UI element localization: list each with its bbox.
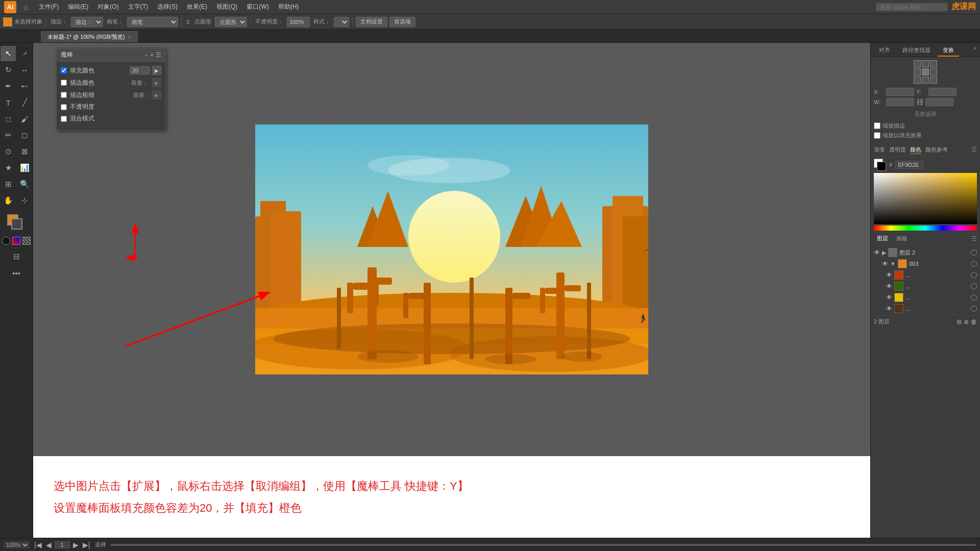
next-page-button[interactable]: ▶ (72, 541, 80, 549)
paintbrush-tool[interactable]: 🖌 (17, 111, 32, 127)
right-panel-close-button[interactable]: × (973, 45, 977, 57)
layer-eye-green[interactable]: 👁 (886, 283, 892, 290)
menu-help[interactable]: 帮助(H) (274, 2, 303, 12)
gradient-swatch[interactable] (12, 237, 20, 245)
layer-target-yellow[interactable] (971, 294, 977, 300)
panel-minimize-button[interactable]: − (144, 52, 148, 59)
black-swatch[interactable] (877, 162, 886, 171)
preferences-button[interactable]: 首选项 (389, 17, 415, 27)
slice-tool[interactable]: ⊞ (1, 177, 16, 192)
tab-gradient[interactable]: 渐变 (874, 146, 885, 154)
tab-layers[interactable]: 图层 (874, 235, 891, 242)
symbol-tool[interactable]: ★ (1, 160, 16, 176)
menu-view[interactable]: 视图(Q) (212, 2, 241, 12)
doc-settings-button[interactable]: 文档设置 (356, 17, 387, 27)
menu-object[interactable]: 对象(O) (93, 2, 122, 12)
zoom-tool[interactable]: 🔍 (17, 177, 32, 192)
tab-color-reference[interactable]: 颜色参考 (925, 146, 948, 154)
rectangle-tool[interactable]: □ (1, 111, 16, 127)
y-input[interactable] (928, 88, 957, 96)
more-tools[interactable]: ••• (9, 265, 24, 281)
link-icon[interactable]: ⛓ (916, 98, 923, 106)
fill-tolerance-input[interactable] (130, 66, 150, 74)
background-color-swatch[interactable] (11, 218, 22, 230)
style-select[interactable] (334, 17, 349, 27)
tab-close-button[interactable]: × (128, 34, 131, 40)
w-input[interactable] (886, 98, 914, 106)
brush-select[interactable]: 画笔 (127, 17, 178, 27)
tab-align[interactable]: 对齐 (874, 45, 895, 57)
tab-color[interactable]: 颜色 (910, 146, 921, 154)
warp-tool[interactable]: ⊙ (1, 144, 16, 159)
shape-select[interactable]: 点圆形 (215, 17, 247, 27)
eraser-tool[interactable]: ◻ (17, 128, 32, 143)
blend-checkbox[interactable] (61, 116, 67, 122)
layer-target-dark[interactable] (971, 306, 977, 312)
layer-expand-icon[interactable]: ▶ (882, 249, 886, 256)
toolbar-color-swatch[interactable] (3, 17, 12, 27)
panel-header[interactable]: 魔棒 − × ☰ (57, 48, 165, 62)
pen-tool[interactable]: ✒ (1, 79, 16, 94)
layer-delete-button[interactable]: 🗑 (971, 318, 977, 325)
page-number-input[interactable] (55, 541, 70, 548)
layer-row-003[interactable]: 👁 ▼ 003 (874, 258, 977, 269)
stroke-color-checkbox[interactable] (61, 80, 67, 86)
selection-tool[interactable]: ↖ (1, 46, 16, 61)
tab-artboards[interactable]: 画板 (893, 235, 911, 242)
progress-slider[interactable] (110, 544, 976, 546)
opacity-input[interactable] (287, 17, 310, 27)
align-grid[interactable] (914, 60, 937, 84)
color-spectrum[interactable] (874, 173, 977, 224)
scale-tool[interactable]: ⊠ (17, 144, 32, 159)
home-icon[interactable]: ⌂ (20, 2, 32, 13)
layer-row-yellow[interactable]: 👁 ... (874, 292, 977, 303)
layer-row-folder[interactable]: 👁 ▶ 图层 2 (874, 247, 977, 258)
line-tool[interactable]: ╱ (17, 95, 32, 110)
last-page-button[interactable]: ▶| (82, 541, 91, 549)
tab-pathfinder[interactable]: 路径查找器 (897, 45, 936, 57)
x-input[interactable] (886, 88, 914, 96)
layer-row-red[interactable]: 👁 ... (874, 269, 977, 281)
layer-expand-003-icon[interactable]: ▼ (890, 261, 896, 267)
scale-fill-checkbox[interactable] (874, 132, 880, 139)
layer-target-green[interactable] (971, 283, 977, 289)
search-input[interactable] (876, 3, 947, 11)
rotate-tool[interactable]: ↻ (1, 62, 16, 78)
prev-page-button[interactable]: ◀ (45, 541, 53, 549)
pencil-tool[interactable]: ✏ (1, 128, 16, 143)
stroke-width-checkbox[interactable] (61, 92, 67, 98)
fill-color-checkbox[interactable] (61, 67, 67, 73)
layer-new-button[interactable]: ⊕ (964, 318, 969, 325)
stroke-swatch[interactable] (2, 237, 10, 245)
hex-input[interactable] (895, 161, 923, 169)
color-panel-menu-icon[interactable]: ☰ (971, 146, 977, 154)
opacity-checkbox[interactable] (61, 104, 67, 110)
hand-tool[interactable]: ✋ (1, 193, 16, 208)
hue-bar[interactable] (874, 226, 977, 231)
layer-eye-yellow[interactable]: 👁 (886, 294, 892, 301)
artboard-tool[interactable]: ⊟ (9, 249, 24, 264)
panel-close-button[interactable]: × (150, 52, 154, 59)
layer-row-dark[interactable]: 👁 ... (874, 303, 977, 314)
menu-edit[interactable]: 编辑(E) (64, 2, 92, 12)
mirror-tool[interactable]: ↔ (17, 62, 32, 78)
tab-transform[interactable]: 变换 (938, 45, 959, 57)
layer-target-folder[interactable] (971, 249, 977, 256)
layer-eye-003[interactable]: 👁 (882, 260, 888, 267)
menu-text[interactable]: 文字(T) (124, 2, 152, 12)
first-page-button[interactable]: |◀ (33, 541, 43, 549)
chart-tool[interactable]: 📊 (17, 160, 32, 176)
layer-move-to-canvas-button[interactable]: ⊞ (957, 318, 962, 325)
layer-eye-folder[interactable]: 👁 (874, 249, 880, 256)
layer-eye-dark[interactable]: 👁 (886, 305, 892, 312)
layers-menu-icon[interactable]: ☰ (971, 235, 977, 242)
menu-effect[interactable]: 效果(E) (183, 2, 211, 12)
stroke-select[interactable]: 描边： (71, 17, 103, 27)
type-tool[interactable]: T (1, 95, 16, 110)
scale-stroke-checkbox[interactable] (874, 122, 880, 129)
h-input[interactable] (925, 98, 953, 106)
stroke-width-expand-button[interactable]: ▶ (152, 90, 161, 99)
panel-menu-button[interactable]: ☰ (156, 52, 161, 59)
canvas-area[interactable]: 魔棒 − × ☰ 填充颜色 ▶ (33, 43, 870, 538)
menu-select[interactable]: 选择(S) (153, 2, 182, 12)
